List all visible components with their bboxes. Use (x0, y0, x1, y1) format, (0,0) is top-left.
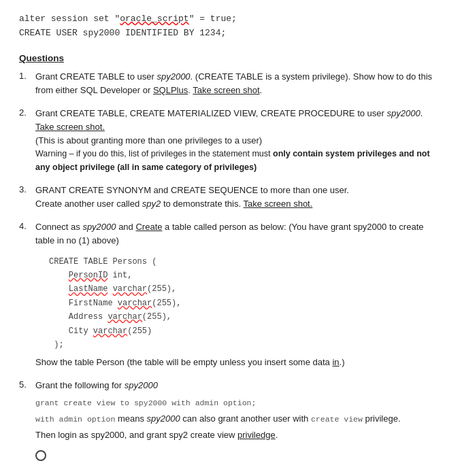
circle-icon (35, 450, 46, 461)
q1-sqlplus: SQLPlus (153, 85, 188, 95)
questions-list: 1. Grant CREATE TABLE to user spy2000. (… (19, 70, 441, 466)
code-box-line6: City varchar(255) (49, 324, 441, 338)
code-line-2: CREATE USER spy2000 IDENTIFIED BY 1234; (19, 27, 441, 41)
question-1: 1. Grant CREATE TABLE to user spy2000. (… (19, 70, 441, 97)
code-box-line7: ); (49, 338, 441, 352)
code-box-line4: FirstName varchar(255), (49, 296, 441, 310)
code-box-line3: LastName varchar(255), (49, 282, 441, 296)
q4-create: Create (135, 222, 162, 232)
q2-warning: Warning – if you do this, list of privil… (35, 148, 441, 174)
code-post: " = true; (189, 14, 237, 24)
q5-create-view: create view (311, 415, 363, 424)
q5-admin-option: with admin option (35, 415, 115, 424)
code-box-line5: Address varchar(255), (49, 310, 441, 324)
q4-user: spy2000 (82, 222, 116, 232)
code-line-1: alter session set "oracle_script" = true… (19, 12, 441, 27)
q1-content: Grant CREATE TABLE to user spy2000. (CRE… (35, 70, 441, 97)
varchar2-underline: varchar (118, 299, 152, 308)
q5-user: spy2000 (125, 380, 158, 390)
q5-number: 5. (19, 379, 35, 390)
question-4: 4. Connect as spy2000 and Create a table… (19, 220, 441, 369)
q2-number: 2. (19, 107, 35, 118)
q5-code1: grant create view to spy2000 with admin … (35, 398, 256, 407)
code-box-line1: CREATE TABLE Persons ( (49, 255, 441, 269)
varchar1-underline: varchar (113, 284, 147, 294)
q1-screenshot: Take screen shot (193, 85, 259, 95)
q5-circle-wrap (35, 447, 441, 465)
questions-heading: Questions (19, 53, 441, 63)
q5-content: Grant the following for spy2000 grant cr… (35, 379, 441, 465)
lastname-underline: LastName (69, 284, 108, 294)
q5-note1: with admin option means spy2000 can also… (35, 412, 441, 426)
q5-line1: Grant the following for spy2000 (35, 379, 441, 392)
q3-line1: GRANT CREATE SYNONYM and CREATE SEQUENCE… (35, 184, 441, 197)
q5-priviledge: priviledge (237, 430, 276, 440)
q5-code1-wrap: grant create view to spy2000 with admin … (35, 396, 441, 409)
q2-line1: Grant CREATE TABLE, CREATE MATERIALIZED … (35, 107, 441, 134)
q3-number: 3. (19, 184, 35, 194)
top-code-block: alter session set "oracle_script" = true… (19, 12, 441, 41)
code-line2-text: CREATE USER spy2000 IDENTIFIED BY 1234; (19, 28, 226, 38)
q3-user: spy2 (142, 199, 161, 209)
varchar3-underline: varchar (108, 312, 142, 322)
varchar4-underline: varchar (93, 326, 127, 336)
question-5: 5. Grant the following for spy2000 grant… (19, 379, 441, 465)
code-box-line2: PersonID int, (49, 269, 441, 282)
q2-screenshot: Take screen shot. (35, 122, 105, 132)
q5-line2: Then login as spy2000, and grant spy2 cr… (35, 428, 441, 442)
q3-content: GRANT CREATE SYNONYM and CREATE SEQUENCE… (35, 184, 441, 211)
q2-content: Grant CREATE TABLE, CREATE MATERIALIZED … (35, 107, 441, 174)
q2-user: spy2000 (387, 108, 421, 118)
q5-user2: spy2000 (147, 413, 180, 424)
q1-number: 1. (19, 70, 35, 81)
q4-code-box: CREATE TABLE Persons ( PersonID int, Las… (42, 255, 441, 352)
q4-note-in: in (332, 357, 339, 367)
q2-bold1: only contain system privileges and not a… (35, 149, 430, 171)
q4-line1: Connect as spy2000 and Create a table ca… (35, 220, 441, 248)
q3-line2: Create another user called spy2 to demon… (35, 197, 441, 211)
q2-sub1: (This is about granting more than one pr… (35, 134, 441, 148)
question-2: 2. Grant CREATE TABLE, CREATE MATERIALIZ… (19, 107, 441, 174)
code-pre: alter session set " (19, 14, 120, 24)
q3-screenshot: Take screen shot. (243, 199, 312, 209)
q4-number: 4. (19, 220, 35, 231)
question-3: 3. GRANT CREATE SYNONYM and CREATE SEQUE… (19, 184, 441, 211)
page: alter session set "oracle_script" = true… (0, 0, 460, 476)
q1-user: spy2000 (157, 71, 190, 82)
code-underlined: oracle_script (120, 14, 188, 24)
personid-underline: PersonID (69, 271, 108, 280)
q4-content: Connect as spy2000 and Create a table ca… (35, 220, 441, 369)
q4-note: Show the table Person (the table will be… (35, 356, 441, 369)
